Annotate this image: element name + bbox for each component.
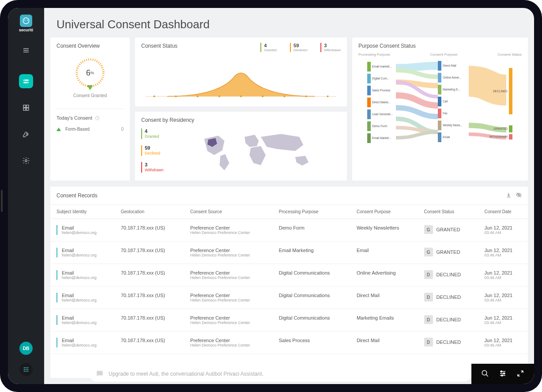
svg-rect-47 (367, 109, 371, 119)
status-granted-label: Granted (264, 48, 277, 52)
svg-text:Weekly News...: Weekly News... (443, 124, 463, 127)
sankey-col-processing: Processing Purpose (358, 53, 390, 57)
consent-status: DDECLINED (418, 286, 478, 309)
geolocation: 70.187.178.xxx (US) (115, 332, 184, 354)
svg-point-38 (327, 95, 329, 97)
svg-point-18 (24, 369, 25, 370)
svg-rect-51 (367, 133, 371, 143)
brand-logo: securiti (15, 12, 37, 34)
bottom-bar: Upgrade to meet Auti, the conversational… (80, 364, 534, 384)
consent-status: GGRANTED (418, 219, 478, 241)
svg-point-35 (262, 95, 263, 97)
svg-rect-10 (23, 105, 26, 107)
table-row[interactable]: Emailhelen@democo.org70.187.178.xxx (US)… (50, 309, 528, 332)
download-icon[interactable] (506, 192, 512, 199)
triangle-up-icon (56, 128, 61, 131)
svg-point-17 (27, 367, 29, 369)
svg-point-19 (26, 369, 27, 370)
page-title: Universal Consent Dashboard (44, 8, 534, 38)
status-declined-num: 59 (294, 43, 299, 48)
consent-purpose: Direct Mail (350, 332, 418, 354)
svg-point-23 (27, 371, 29, 372)
records-title: Consent Records (56, 192, 98, 199)
svg-point-21 (24, 371, 25, 372)
table-row[interactable]: Emailhelen@democo.org70.187.178.xxx (US)… (50, 286, 528, 309)
power-button (1, 190, 3, 212)
table-header: Consent Purpose (350, 205, 418, 219)
residency-title: Consent by Residency (141, 117, 341, 123)
processing-purpose: Demo Form (273, 219, 350, 241)
card-consent-residency: Consent by Residency 4Granted 59Declined… (135, 112, 347, 181)
svg-rect-55 (438, 73, 441, 83)
subject-identity: Emailhelen@democo.org (56, 270, 109, 280)
consent-date: Jun 12, 202103:46 AM (478, 219, 528, 241)
table-row[interactable]: Emailhelen@democo.org70.187.178.xxx (US)… (50, 332, 528, 354)
svg-rect-49 (367, 121, 371, 131)
card-purpose-consent: Purpose Consent Status Processing Purpos… (352, 38, 528, 181)
brand-icon (20, 15, 32, 27)
svg-rect-65 (438, 132, 441, 142)
consent-date: Jun 12, 202103:46 AM (478, 332, 528, 354)
svg-point-80 (501, 371, 502, 372)
today-consent-label: Today's Consent (56, 115, 92, 121)
residency-declined-num: 59 (145, 145, 150, 151)
subject-identity: Emailhelen@democo.org (56, 225, 109, 235)
card-consent-status: Consent Status 4Granted 59Declined 3With… (135, 38, 347, 106)
sankey-diagram: Email marketi...Digital Com...Sales Proc… (358, 59, 522, 147)
svg-text:Online Adver...: Online Adver... (443, 76, 461, 79)
table-header: Consent Source (184, 205, 273, 219)
subject-identity: Emailhelen@democo.org (56, 248, 109, 257)
residency-withdrawn-num: 3 (145, 162, 147, 167)
table-row[interactable]: Emailhelen@democo.org70.187.178.xxx (US)… (50, 241, 528, 264)
residency-withdrawn-label: Withdrawn (145, 168, 164, 173)
gauge-unit: % (90, 71, 94, 75)
nav-consent-icon[interactable] (19, 74, 33, 88)
svg-rect-7 (23, 82, 29, 83)
svg-text:Demo Form: Demo Form (372, 124, 387, 128)
consent-status: DDECLINED (418, 264, 478, 286)
table-row[interactable]: Emailhelen@democo.org70.187.178.xxx (US)… (50, 264, 528, 286)
svg-text:GRANTED: GRANTED (493, 127, 508, 130)
svg-rect-69 (509, 125, 512, 132)
consent-source: Preference CenterHelen Democo Preference… (184, 264, 273, 286)
status-title: Consent Status (141, 43, 260, 49)
assistant-bar[interactable]: Upgrade to meet Auti, the conversational… (89, 366, 471, 381)
svg-point-14 (25, 160, 27, 162)
svg-point-8 (24, 80, 25, 81)
brand-text: securiti (19, 28, 33, 32)
consent-purpose: Email (350, 241, 418, 264)
search-icon[interactable] (481, 369, 489, 379)
sliders-icon[interactable] (499, 369, 507, 379)
svg-point-82 (501, 375, 503, 376)
clock-icon (95, 116, 100, 121)
visibility-off-icon[interactable] (516, 192, 522, 199)
nav-dashboard-icon[interactable] (19, 101, 33, 115)
svg-text:Email: Email (443, 136, 450, 139)
formbased-label: Form-Based (65, 127, 90, 132)
menu-button[interactable] (20, 44, 32, 57)
svg-rect-39 (367, 62, 371, 72)
expand-icon[interactable] (516, 369, 524, 379)
svg-point-30 (154, 95, 155, 97)
svg-text:Email Market...: Email Market... (372, 136, 391, 139)
gauge-value: 6 (86, 68, 90, 78)
consent-status: DDECLINED (418, 332, 478, 354)
avatar[interactable]: DB (19, 342, 33, 355)
svg-text:DECLINED: DECLINED (493, 90, 508, 93)
consent-purpose: Direct Mail (350, 286, 418, 309)
svg-rect-53 (438, 61, 441, 71)
table-row[interactable]: Emailhelen@democo.org70.187.178.xxx (US)… (50, 219, 528, 241)
nav-tools-icon[interactable] (19, 127, 33, 141)
svg-rect-45 (367, 98, 371, 107)
chat-icon (95, 369, 104, 378)
nav-settings-icon[interactable] (19, 154, 33, 168)
subject-identity: Emailhelen@democo.org (56, 315, 109, 325)
svg-point-37 (305, 95, 307, 97)
consent-source: Preference CenterHelen Democo Preference… (184, 219, 273, 241)
svg-text:Direct Mail: Direct Mail (443, 64, 456, 67)
app-switcher-icon[interactable] (19, 363, 33, 376)
svg-point-16 (26, 367, 27, 369)
formbased-count: 0 (121, 127, 124, 132)
today-consent-header: Today's Consent (56, 109, 124, 121)
geolocation: 70.187.178.xxx (US) (115, 286, 184, 309)
